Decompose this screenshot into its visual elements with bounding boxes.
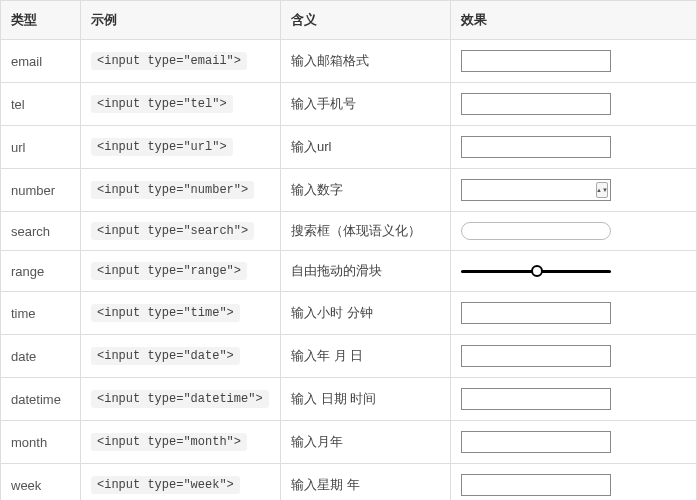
meaning-cell: 输入手机号	[281, 83, 451, 126]
meaning-cell: 输入数字	[281, 169, 451, 212]
code-snippet: <input type="tel">	[91, 95, 233, 113]
example-cell: <input type="range">	[81, 251, 281, 292]
code-snippet: <input type="week">	[91, 476, 240, 494]
code-snippet: <input type="url">	[91, 138, 233, 156]
code-snippet: <input type="search">	[91, 222, 254, 240]
code-snippet: <input type="range">	[91, 262, 247, 280]
type-cell: month	[1, 421, 81, 464]
effect-range-slider[interactable]	[461, 261, 611, 281]
table-row: time<input type="time">输入小时 分钟	[1, 292, 697, 335]
effect-text-input[interactable]	[461, 136, 611, 158]
code-snippet: <input type="datetime">	[91, 390, 269, 408]
effect-cell	[451, 421, 697, 464]
type-cell: email	[1, 40, 81, 83]
effect-cell	[451, 292, 697, 335]
code-snippet: <input type="email">	[91, 52, 247, 70]
table-row: tel<input type="tel">输入手机号	[1, 83, 697, 126]
effect-cell	[451, 464, 697, 501]
meaning-cell: 输入邮箱格式	[281, 40, 451, 83]
effect-cell	[451, 378, 697, 421]
table-row: datetime<input type="datetime">输入 日期 时间	[1, 378, 697, 421]
effect-cell: ▲▼	[451, 169, 697, 212]
effect-text-input[interactable]	[461, 388, 611, 410]
header-example: 示例	[81, 1, 281, 40]
table-row: week<input type="week">输入星期 年	[1, 464, 697, 501]
meaning-cell: 输入星期 年	[281, 464, 451, 501]
effect-text-input[interactable]	[461, 431, 611, 453]
number-spinner-icon[interactable]: ▲▼	[596, 182, 608, 198]
header-type: 类型	[1, 1, 81, 40]
table-row: number<input type="number">输入数字▲▼	[1, 169, 697, 212]
table-row: email<input type="email">输入邮箱格式	[1, 40, 697, 83]
range-thumb-icon[interactable]	[531, 265, 543, 277]
example-cell: <input type="number">	[81, 169, 281, 212]
effect-text-input[interactable]	[461, 345, 611, 367]
meaning-cell: 输入月年	[281, 421, 451, 464]
example-cell: <input type="email">	[81, 40, 281, 83]
effect-text-input[interactable]	[461, 93, 611, 115]
type-cell: tel	[1, 83, 81, 126]
effect-cell	[451, 212, 697, 251]
meaning-cell: 输入url	[281, 126, 451, 169]
example-cell: <input type="url">	[81, 126, 281, 169]
effect-cell	[451, 335, 697, 378]
meaning-cell: 输入年 月 日	[281, 335, 451, 378]
effect-text-input[interactable]	[461, 50, 611, 72]
effect-text-input[interactable]	[461, 474, 611, 496]
example-cell: <input type="time">	[81, 292, 281, 335]
effect-cell	[451, 251, 697, 292]
example-cell: <input type="week">	[81, 464, 281, 501]
type-cell: time	[1, 292, 81, 335]
meaning-cell: 自由拖动的滑块	[281, 251, 451, 292]
code-snippet: <input type="time">	[91, 304, 240, 322]
type-cell: week	[1, 464, 81, 501]
effect-number-input[interactable]: ▲▼	[461, 179, 611, 201]
table-row: url<input type="url">输入url	[1, 126, 697, 169]
table-row: date<input type="date">输入年 月 日	[1, 335, 697, 378]
code-snippet: <input type="month">	[91, 433, 247, 451]
effect-cell	[451, 83, 697, 126]
type-cell: range	[1, 251, 81, 292]
input-types-table: 类型 示例 含义 效果 email<input type="email">输入邮…	[0, 0, 697, 500]
effect-search-input[interactable]	[461, 222, 611, 240]
example-cell: <input type="search">	[81, 212, 281, 251]
effect-text-input[interactable]	[461, 302, 611, 324]
meaning-cell: 输入小时 分钟	[281, 292, 451, 335]
type-cell: date	[1, 335, 81, 378]
header-meaning: 含义	[281, 1, 451, 40]
table-row: search<input type="search">搜索框（体现语义化）	[1, 212, 697, 251]
meaning-cell: 输入 日期 时间	[281, 378, 451, 421]
example-cell: <input type="date">	[81, 335, 281, 378]
type-cell: search	[1, 212, 81, 251]
code-snippet: <input type="date">	[91, 347, 240, 365]
example-cell: <input type="tel">	[81, 83, 281, 126]
effect-cell	[451, 40, 697, 83]
example-cell: <input type="datetime">	[81, 378, 281, 421]
type-cell: datetime	[1, 378, 81, 421]
type-cell: number	[1, 169, 81, 212]
example-cell: <input type="month">	[81, 421, 281, 464]
header-effect: 效果	[451, 1, 697, 40]
effect-cell	[451, 126, 697, 169]
table-row: month<input type="month">输入月年	[1, 421, 697, 464]
table-row: range<input type="range">自由拖动的滑块	[1, 251, 697, 292]
code-snippet: <input type="number">	[91, 181, 254, 199]
type-cell: url	[1, 126, 81, 169]
meaning-cell: 搜索框（体现语义化）	[281, 212, 451, 251]
table-header-row: 类型 示例 含义 效果	[1, 1, 697, 40]
